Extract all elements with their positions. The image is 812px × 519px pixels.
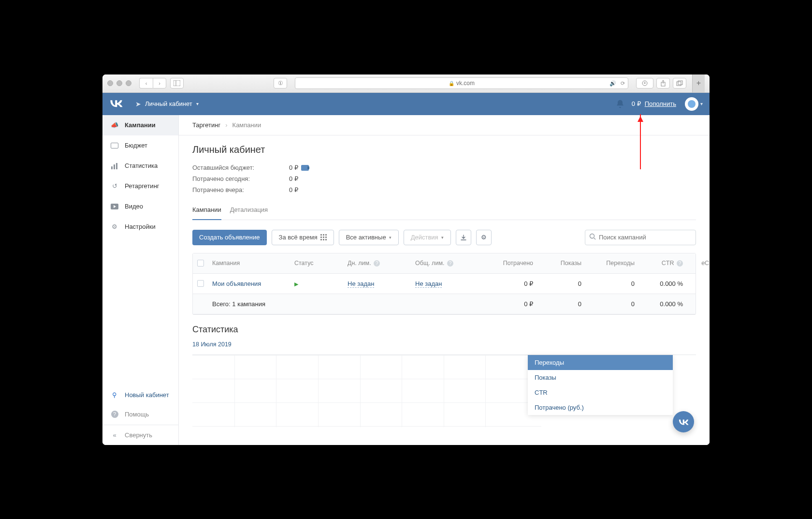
window-controls[interactable] [107,80,131,86]
sidebar-help[interactable]: ? Помощь [102,404,178,425]
legend-clicks[interactable]: Переходы [528,355,673,370]
sidebar-item-statistics[interactable]: Статистика [102,156,178,176]
period-dropdown[interactable]: За всё время [272,230,334,245]
sidebar-toggle-button[interactable] [170,78,184,89]
create-ad-button[interactable]: Создать объявление [192,230,267,245]
help-icon[interactable]: ? [447,260,453,267]
sidebar-item-budget[interactable]: Бюджет [102,135,178,156]
bars-icon [110,162,119,170]
key-icon: ⚲ [110,391,119,400]
col-clicks[interactable]: Переходы [585,260,638,267]
sidebar-item-retargeting[interactable]: ↺ Ретаргетинг [102,176,178,196]
vk-logo-icon[interactable] [109,99,123,109]
help-icon[interactable]: ? [374,260,380,267]
tab-campaigns[interactable]: Кампании [192,206,221,220]
select-all-checkbox[interactable] [197,260,204,267]
legend-spent[interactable]: Потрачено (руб.) [528,400,673,415]
chevron-down-icon: ▾ [700,101,703,106]
spent-yesterday-value: 0 ₽ [289,186,298,193]
breadcrumb-leaf: Кампании [232,121,261,129]
collapse-icon: « [110,430,119,439]
sidebar-item-campaigns[interactable]: 📣 Кампании [102,115,178,135]
address-bar[interactable]: 🔒 vk.com 🔊 ⟳ [295,77,628,89]
traffic-minimize-icon[interactable] [116,80,122,86]
col-total-limit[interactable]: Общ. лим. [415,260,444,267]
svg-rect-6 [111,166,113,169]
share-button[interactable] [656,78,670,89]
sidebar-item-settings[interactable]: ⚙ Настройки [102,217,178,237]
col-spent[interactable]: Потрачено [479,260,537,267]
svg-line-11 [594,238,595,239]
actions-dropdown[interactable]: Действия ▾ [404,230,451,245]
legend-impressions[interactable]: Показы [528,370,673,385]
legend-ctr[interactable]: CTR [528,385,673,400]
stats-title: Статистика [192,325,696,335]
traffic-zoom-icon[interactable] [126,80,131,86]
nav-back-button[interactable]: ‹ [139,78,153,89]
url-host: vk.com [456,80,475,87]
reload-icon[interactable]: ⟳ [621,80,625,87]
sidebar-item-video[interactable]: Видео [102,196,178,217]
status-filter-dropdown[interactable]: Все активные ▾ [339,230,399,245]
browser-toolbar: ‹ › ① 🔒 vk.com 🔊 ⟳ + [102,74,710,93]
avatar [685,97,698,111]
settings-button[interactable]: ⚙ [476,230,492,245]
budget-summary: Оставшийся бюджет: 0 ₽ Потрачено сегодня… [192,164,696,193]
user-menu[interactable]: ▾ [683,97,703,111]
col-ctr[interactable]: CTR [662,260,674,267]
new-tab-button[interactable]: + [692,74,705,92]
annotation-arrow [640,114,641,169]
share-icon [660,80,666,87]
downloads-button[interactable] [636,78,653,89]
tabs-icon [676,80,683,86]
row-checkbox[interactable] [197,280,204,287]
topup-link[interactable]: Пополнить [645,100,676,107]
calendar-grid-icon [320,234,327,240]
chevron-down-icon: ▾ [389,235,392,240]
tabs-button[interactable] [673,78,686,89]
col-status[interactable]: Статус [290,260,344,267]
remaining-budget-value: 0 ₽ [289,164,298,171]
vk-header: ➤ Личный кабинет ▾ 0 ₽ Пополнить ▾ [102,93,710,115]
sidebar-new-cabinet[interactable]: ⚲ Новый кабинет [102,386,178,404]
col-daily-limit[interactable]: Дн. лим. [348,260,371,267]
download-icon [642,80,648,86]
breadcrumb-root[interactable]: Таргетинг [192,121,220,129]
help-icon[interactable]: ? [677,260,683,267]
download-button[interactable] [456,230,471,245]
lock-icon: 🔒 [449,81,454,86]
sound-icon[interactable]: 🔊 [609,80,616,87]
traffic-close-icon[interactable] [107,80,113,86]
bell-icon[interactable] [615,99,625,109]
wallet-icon[interactable] [301,165,309,171]
nav-forward-button[interactable]: › [153,78,166,89]
col-ecpc[interactable]: eCPC [701,260,710,267]
total-limit-value[interactable]: Не задан [415,280,442,288]
help-icon: ? [110,410,119,419]
privacy-report-button[interactable]: ① [274,78,287,89]
page-title: Личный кабинет [192,144,696,155]
balance-value: 0 ₽ [632,100,641,107]
breadcrumb: Таргетинг › Кампании [179,115,710,135]
svg-rect-0 [174,80,180,86]
vk-help-fab[interactable] [673,411,694,432]
table-row: Мои объявления ▶ Не задан Не задан 0 ₽ 0… [193,274,696,294]
cabinet-dropdown[interactable]: ➤ Личный кабинет ▾ [135,100,199,108]
campaign-name-link[interactable]: Мои объявления [212,280,261,287]
col-campaign[interactable]: Кампания [208,260,290,267]
gear-icon: ⚙ [481,234,487,241]
search-icon [589,233,596,241]
search-input[interactable] [599,234,692,241]
undo-icon: ↺ [110,182,119,191]
search-campaigns[interactable] [585,230,696,245]
stats-date[interactable]: 18 Июля 2019 [192,341,232,348]
row-impressions: 0 [537,280,585,287]
col-impressions[interactable]: Показы [537,260,585,267]
sidebar-collapse[interactable]: « Свернуть [102,425,178,445]
total-spent: 0 ₽ [479,300,537,308]
play-icon[interactable]: ▶ [294,281,298,287]
daily-limit-value[interactable]: Не задан [348,280,374,288]
tab-details[interactable]: Детализация [230,206,268,220]
row-ecpc: 0 ₽ [687,280,710,287]
gear-icon: ⚙ [110,222,119,231]
